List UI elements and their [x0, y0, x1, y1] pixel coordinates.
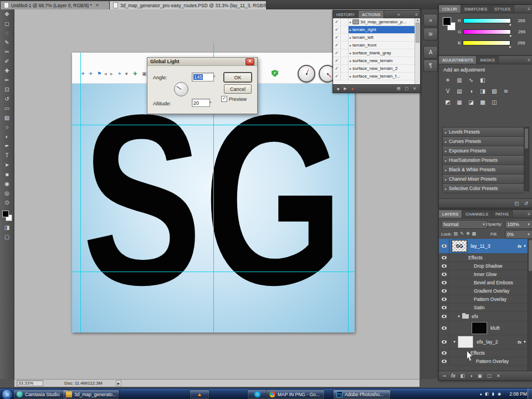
- group-row-efx[interactable]: ▼ efx: [439, 312, 528, 321]
- brush-tool[interactable]: ✏: [0, 75, 14, 85]
- brush-panel-icon[interactable]: ≋: [423, 28, 438, 40]
- blend-mode-select[interactable]: Normal▼: [441, 220, 488, 229]
- photo-filter-icon[interactable]: ▧: [490, 87, 499, 95]
- preset-item[interactable]: ▸Hue/Saturation Presets: [443, 156, 524, 165]
- layer-thumbnail[interactable]: SG: [452, 240, 467, 252]
- fx-badge[interactable]: fx: [518, 244, 521, 249]
- delete-layer-icon[interactable]: ✕: [497, 373, 500, 378]
- blur-tool[interactable]: ○: [0, 122, 14, 132]
- quick-mask-button[interactable]: ◨: [0, 223, 14, 232]
- tab-3d-map-generator[interactable]: 3d_map_generator_pro-easy_routes.PSD @ 3…: [109, 1, 267, 9]
- check-icon[interactable]: ✓: [333, 18, 341, 25]
- screen-mode-button[interactable]: ▢: [0, 232, 14, 242]
- layer-row-efx-lay-2[interactable]: ▼ efx_lay_2 fx ▼: [439, 335, 528, 349]
- expand-icon[interactable]: ▸: [445, 177, 447, 181]
- opacity-field[interactable]: 100%▼: [505, 220, 532, 229]
- expand-icon[interactable]: ▸: [350, 28, 351, 32]
- marquee-tool[interactable]: ◻: [0, 19, 14, 28]
- effect-row[interactable]: Pattern Overlay: [439, 357, 528, 366]
- effect-row[interactable]: Drop Shadow: [439, 262, 528, 270]
- panel-view-icon[interactable]: ◰: [514, 201, 519, 206]
- action-row[interactable]: ✓ ▸surface_new_terrain_2: [333, 65, 415, 73]
- 3d-rotate-tool[interactable]: ◉: [0, 179, 14, 188]
- layer-row-lay-11-3[interactable]: SG lay_11_3 fx ▼: [439, 239, 528, 254]
- color-swatches[interactable]: [0, 209, 14, 223]
- expand-icon[interactable]: ▸: [445, 130, 447, 134]
- actions-scrollbar[interactable]: ▲: [415, 18, 420, 85]
- taskbar-skype[interactable]: S: [247, 390, 267, 399]
- taskbar-3d-map-window[interactable]: 3d_map_generato...: [63, 390, 119, 399]
- tab-color[interactable]: COLOR: [439, 5, 461, 13]
- preset-item[interactable]: ▸Selective Color Presets: [443, 184, 524, 193]
- new-layer-icon[interactable]: ▢: [487, 373, 492, 378]
- new-set-icon[interactable]: ▤: [397, 86, 401, 91]
- add-layer-style-icon[interactable]: fx: [451, 373, 456, 378]
- tab-actions[interactable]: ACTIONS: [359, 11, 384, 18]
- cancel-button[interactable]: Cancel: [224, 84, 252, 94]
- action-set-row[interactable]: ✓ ▸3d_map_generator_p...: [333, 18, 415, 26]
- close-icon[interactable]: ✕: [245, 58, 254, 65]
- tab-masks[interactable]: MASKS: [477, 56, 498, 64]
- visibility-toggle[interactable]: [439, 321, 449, 335]
- check-icon[interactable]: ✓: [333, 65, 341, 72]
- collapse-effects-icon[interactable]: ▼: [523, 244, 526, 248]
- layer-thumbnail[interactable]: [458, 336, 473, 348]
- action-row[interactable]: ✓ ▸terrain_right: [333, 26, 415, 34]
- visibility-toggle[interactable]: [439, 357, 449, 365]
- link-layers-icon[interactable]: ∞: [443, 373, 446, 378]
- expand-effects-icon[interactable]: ▼: [453, 340, 456, 344]
- preview-checkbox[interactable]: ✓ Preview: [221, 96, 247, 102]
- visibility-toggle[interactable]: [439, 270, 449, 278]
- lock-transparency-icon[interactable]: ▨: [453, 230, 459, 237]
- slider-thumb-icon[interactable]: ▲: [509, 34, 512, 37]
- hue-saturation-icon[interactable]: ▤: [455, 87, 464, 95]
- start-button[interactable]: ⊞: [2, 389, 13, 399]
- effect-row[interactable]: Inner Glow: [439, 270, 528, 279]
- visibility-toggle[interactable]: [439, 335, 449, 349]
- visibility-toggle[interactable]: [439, 239, 449, 253]
- visibility-toggle[interactable]: [439, 304, 449, 311]
- clone-stamp-tool[interactable]: ⊡: [0, 85, 14, 94]
- quick-selection-tool[interactable]: ✎: [0, 38, 14, 47]
- check-icon[interactable]: ✓: [333, 49, 341, 57]
- effects-row[interactable]: Effects: [439, 349, 528, 357]
- visibility-toggle[interactable]: [439, 254, 449, 262]
- scrollbar-thumb[interactable]: [529, 240, 532, 271]
- preset-item[interactable]: ▸Black & White Presets: [443, 165, 524, 175]
- expand-icon[interactable]: ▸: [350, 66, 351, 70]
- taskbar-vlc[interactable]: ▲: [190, 390, 209, 399]
- visibility-toggle[interactable]: [439, 312, 449, 321]
- collapse-icon[interactable]: »: [395, 11, 402, 18]
- scrollbar-thumb[interactable]: [525, 129, 528, 149]
- play-icon[interactable]: ▶: [344, 86, 346, 91]
- altitude-input[interactable]: 20: [192, 99, 210, 107]
- red-slider[interactable]: ▲: [463, 18, 511, 23]
- add-mask-icon[interactable]: ◧: [461, 373, 465, 378]
- channel-value[interactable]: 255: [513, 18, 525, 23]
- color-balance-icon[interactable]: ◑: [467, 87, 475, 95]
- volume-icon[interactable]: ◉: [498, 392, 501, 396]
- stop-icon[interactable]: ■: [337, 87, 339, 91]
- expand-icon[interactable]: ▸: [445, 149, 447, 153]
- visibility-toggle[interactable]: [439, 295, 449, 303]
- paragraph-panel-icon[interactable]: ¶: [423, 59, 438, 72]
- lock-position-icon[interactable]: ✥: [465, 230, 471, 237]
- curves-icon[interactable]: ∿: [467, 76, 475, 84]
- lock-all-icon[interactable]: ▩: [471, 230, 477, 237]
- expand-icon[interactable]: ▸: [350, 74, 351, 78]
- check-icon[interactable]: ✓: [333, 73, 341, 80]
- effects-row[interactable]: Effects: [439, 254, 528, 262]
- healing-brush-tool[interactable]: ✚: [0, 66, 14, 75]
- ok-button[interactable]: OK: [224, 73, 252, 82]
- gradient-tool[interactable]: ▧: [0, 113, 14, 122]
- preset-item[interactable]: ▸Levels Presets: [443, 127, 524, 137]
- eyedropper-tool[interactable]: ✐: [0, 57, 14, 66]
- path-selection-tool[interactable]: ➤: [0, 160, 14, 170]
- fx-badge[interactable]: fx: [518, 340, 521, 345]
- posterize-icon[interactable]: ▦: [455, 98, 464, 106]
- invert-icon[interactable]: ◩: [443, 98, 452, 106]
- lasso-tool[interactable]: ◌: [0, 28, 14, 38]
- lock-pixels-icon[interactable]: ✎: [459, 230, 465, 237]
- taskbar-clock[interactable]: 2:08 PM: [509, 388, 527, 399]
- expand-icon[interactable]: ▸: [350, 59, 351, 63]
